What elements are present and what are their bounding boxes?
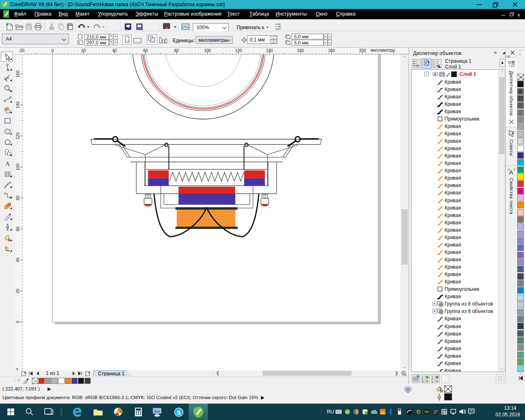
svg-text:20: 20: [81, 48, 86, 53]
svg-text:140: 140: [266, 48, 273, 53]
svg-text:140: 140: [16, 101, 20, 108]
svg-text:160: 160: [297, 48, 304, 53]
svg-text:x: x: [518, 12, 520, 17]
svg-text:180: 180: [328, 48, 335, 53]
svg-text:миллиметры: миллиметры: [371, 48, 395, 52]
svg-text:120: 120: [235, 48, 242, 53]
svg-text:0: 0: [51, 48, 54, 53]
svg-text:5: 5: [432, 381, 434, 383]
svg-text:А: А: [509, 169, 513, 176]
svg-text:60: 60: [16, 226, 20, 231]
svg-text:3: 3: [422, 381, 424, 383]
svg-text:80: 80: [16, 196, 20, 201]
svg-text:40: 40: [16, 258, 20, 262]
svg-text:100: 100: [16, 163, 20, 170]
svg-text:160: 160: [16, 71, 20, 78]
svg-text:120: 120: [16, 132, 20, 139]
svg-text:40: 40: [112, 48, 117, 53]
svg-text:60: 60: [143, 48, 148, 53]
svg-text:100: 100: [204, 48, 211, 53]
svg-text:20: 20: [16, 288, 20, 293]
svg-text:80: 80: [174, 48, 179, 53]
svg-text:?: ?: [512, 130, 514, 135]
svg-text:0: 0: [16, 321, 20, 323]
svg-text:S: S: [177, 409, 181, 416]
svg-text:3: 3: [433, 65, 435, 68]
svg-text:200: 200: [359, 48, 366, 53]
